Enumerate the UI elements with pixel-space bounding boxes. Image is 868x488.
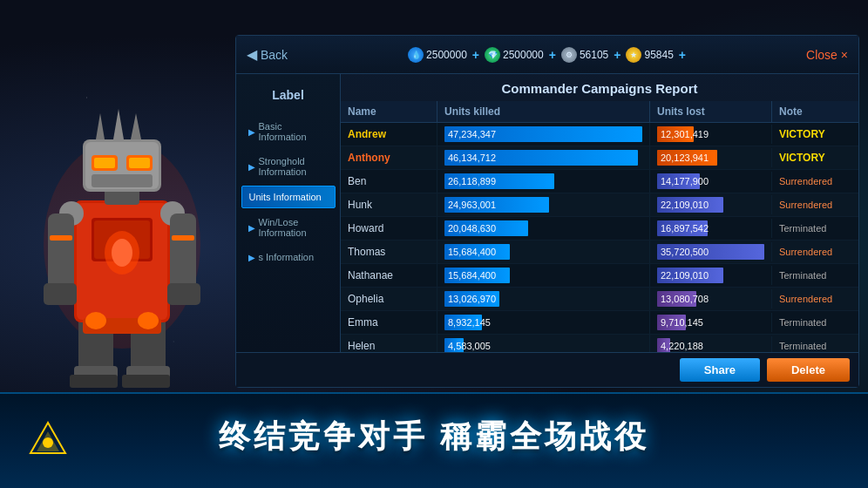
share-button[interactable]: Share (680, 358, 760, 382)
cell-killed: 15,684,400 (437, 241, 649, 263)
note-value: Surrendered (779, 294, 832, 304)
table-row: Helen 4,583,005 4,220,188 Terminated (341, 335, 858, 352)
cell-lost: 22,109,010 (649, 193, 771, 216)
cell-note: Terminated (771, 266, 858, 285)
cell-note: VICTORY (771, 125, 858, 144)
silver-icon: ⚙ (561, 47, 577, 63)
svg-point-34 (138, 312, 159, 329)
svg-marker-22 (96, 113, 105, 139)
sidebar-label-units: Units Information (249, 192, 322, 202)
cell-killed: 24,963,001 (437, 193, 649, 216)
col-name: Name (341, 101, 437, 122)
svg-rect-6 (122, 375, 170, 388)
bottom-logo (26, 418, 70, 462)
resource-silver: ⚙ 56105 (561, 47, 608, 63)
back-button[interactable]: ◀ Back (247, 46, 288, 63)
cell-killed: 13,026,970 (437, 288, 649, 310)
note-value: Terminated (779, 341, 826, 351)
bottom-bar: 终结竞争对手 稱霸全场战役 (0, 392, 868, 488)
cell-note: Terminated (771, 313, 858, 332)
sidebar-item-basic[interactable]: ▶ Basic Information (241, 116, 336, 147)
svg-point-33 (85, 312, 106, 329)
cell-name: Hunk (341, 195, 437, 214)
cell-note: Surrendered (771, 289, 858, 308)
res-plus-1[interactable]: + (472, 48, 479, 62)
table-row: Anthony 46,134,712 20,123,941 VICTORY (341, 146, 858, 170)
cell-killed: 47,234,347 (437, 123, 649, 146)
close-label: Close (806, 48, 837, 62)
sidebar-label-stronghold: Stronghold Information (259, 156, 329, 177)
svg-rect-17 (44, 283, 77, 305)
col-note: Note (771, 101, 858, 122)
arrow-icon-basic: ▶ (248, 127, 255, 137)
water-value: 2500000 (426, 49, 467, 61)
cell-name: Andrew (341, 125, 437, 144)
sidebar-title: Label (272, 88, 304, 102)
sidebar-label-winlose: Win/Lose Information (259, 217, 329, 238)
table-header: Name Units killed Units lost Note (341, 101, 858, 123)
sidebar: Label ▶ Basic Information ▶ Stronghold I… (236, 74, 341, 352)
resource-gold: ★ 95845 (626, 47, 673, 63)
cell-name: Nathanae (341, 266, 437, 285)
sidebar-item-other[interactable]: ▶ s Information (241, 247, 336, 268)
arrow-icon-other: ▶ (248, 253, 255, 262)
panel-footer: Share Delete (236, 352, 858, 387)
cell-note: Surrendered (771, 242, 858, 261)
content-area: Label ▶ Basic Information ▶ Stronghold I… (236, 74, 858, 352)
svg-point-37 (43, 437, 53, 448)
cell-note: Surrendered (771, 172, 858, 191)
resource-crystal: 💎 2500000 (485, 47, 544, 63)
svg-rect-5 (70, 375, 118, 388)
back-arrow-icon: ◀ (247, 46, 257, 63)
cell-killed: 4,583,005 (437, 335, 649, 352)
cell-killed: 20,048,630 (437, 217, 649, 240)
delete-button[interactable]: Delete (767, 358, 850, 382)
table-body: Andrew 47,234,347 12,301,419 VICTORY Ant… (341, 123, 858, 352)
main-panel: ◀ Back 💧 2500000 + 💎 2500000 + ⚙ 56105 +… (235, 35, 859, 388)
cell-note: Terminated (771, 219, 858, 238)
note-value: Terminated (779, 270, 826, 281)
note-value: Surrendered (779, 200, 832, 210)
cell-note: Surrendered (771, 195, 858, 214)
close-button[interactable]: Close × (806, 48, 848, 62)
data-table: Name Units killed Units lost Note Andrew… (341, 101, 858, 352)
cell-name: Thomas (341, 242, 437, 261)
resource-water: 💧 2500000 (408, 47, 467, 63)
col-lost: Units lost (649, 101, 771, 122)
svg-rect-27 (94, 158, 115, 168)
header-bar: ◀ Back 💧 2500000 + 💎 2500000 + ⚙ 56105 +… (236, 36, 858, 74)
cell-killed: 26,118,899 (437, 170, 649, 193)
svg-marker-24 (131, 113, 141, 139)
sidebar-item-units[interactable]: Units Information (241, 186, 336, 208)
resource-bar: 💧 2500000 + 💎 2500000 + ⚙ 56105 + ★ 9584… (288, 47, 806, 63)
close-icon: × (841, 48, 848, 62)
cell-name: Emma (341, 313, 437, 332)
robot-illustration (0, 26, 244, 401)
svg-rect-29 (92, 174, 153, 187)
res-plus-2[interactable]: + (549, 48, 556, 62)
sidebar-item-stronghold[interactable]: ▶ Stronghold Information (241, 151, 336, 182)
note-value: VICTORY (779, 152, 825, 164)
sidebar-label-other: s Information (259, 252, 315, 262)
cell-killed: 46,134,712 (437, 146, 649, 169)
res-plus-3[interactable]: + (614, 48, 620, 62)
svg-rect-18 (167, 283, 200, 305)
cell-killed: 15,684,400 (437, 264, 649, 287)
note-value: VICTORY (779, 128, 825, 140)
svg-rect-32 (172, 235, 194, 241)
cell-note: VICTORY (771, 148, 858, 167)
note-value: Surrendered (779, 176, 832, 186)
crystal-value: 2500000 (503, 49, 544, 61)
table-row: Ben 26,118,899 14,177,900 Surrendered (341, 170, 858, 193)
bottom-slogan: 终结竞争对手 稱霸全场战役 (219, 416, 649, 458)
water-icon: 💧 (408, 47, 424, 63)
note-value: Surrendered (779, 247, 832, 257)
cell-lost: 20,123,941 (649, 146, 771, 169)
table-row: Ophelia 13,026,970 13,080,708 Surrendere… (341, 288, 858, 311)
back-label: Back (261, 48, 288, 62)
cell-name: Helen (341, 336, 437, 352)
svg-rect-15 (48, 214, 74, 292)
res-plus-4[interactable]: + (679, 48, 686, 62)
sidebar-item-winlose[interactable]: ▶ Win/Lose Information (241, 212, 336, 243)
cell-name: Howard (341, 219, 437, 238)
